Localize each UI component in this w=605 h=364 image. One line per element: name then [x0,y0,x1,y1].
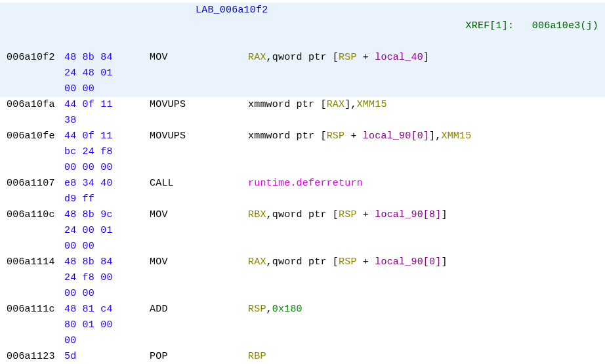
op-kw: + [357,209,375,220]
op-kw: ] [429,131,435,142]
op-kw: [ [320,99,326,110]
instruction-byte-continuation[interactable]: 24 48 01 [0,66,605,81]
label-row[interactable]: LAB_006a10f2 XREF[1]: 006a10e3(j) [0,3,605,50]
disassembly-listing[interactable]: LAB_006a10f2 XREF[1]: 006a10e3(j) 006a10… [0,0,605,364]
op-kw: [ [333,256,339,268]
instruction-byte-continuation[interactable]: d9 ff [0,192,605,207]
label-line-content: LAB_006a10f2 [196,3,429,50]
op-reg: RSP [327,131,345,142]
op-comma: , [266,256,272,268]
mnemonic-column [150,144,248,160]
op-call: runtime.deferreturn [248,178,363,189]
bytes-column: 48 8b 9c [64,207,150,223]
instruction-byte-continuation[interactable]: 80 01 00 [0,317,605,333]
op-reg: XMM15 [441,131,471,142]
instruction-byte-continuation[interactable]: 00 00 00 [0,160,605,176]
instruction-byte-continuation[interactable]: bc 24 f8 [0,144,605,160]
operands-column [248,333,598,349]
mnemonic-column: ADD [150,302,248,317]
mnemonic-column [150,223,248,239]
op-kw: ] [441,209,447,220]
address-column[interactable] [7,113,64,129]
instruction-row[interactable]: 006a10fa44 0f 11MOVUPSxmmword ptr [RAX],… [0,97,605,113]
instruction-row[interactable]: 006a1107e8 34 40CALLruntime.deferreturn [0,176,605,192]
mnemonic-column [150,317,248,333]
operands-column: RAX,qword ptr [RSP + local_90[0]] [248,254,598,270]
address-column[interactable] [7,270,64,286]
address-column[interactable] [7,81,64,97]
mnemonic-column [150,270,248,286]
bytes-column: e8 34 40 [64,176,150,192]
address-column[interactable]: 006a110c [7,207,64,223]
bytes-column: 48 8b 84 [64,50,150,66]
operands-column: xmmword ptr [RSP + local_90[0]],XMM15 [248,129,598,144]
bytes-column: bc 24 f8 [64,144,150,160]
bytes-column: 00 [64,333,150,349]
op-var: local_90[0] [375,256,441,268]
code-label[interactable]: LAB_006a10f2 [196,5,268,16]
address-column[interactable] [7,317,64,333]
mnemonic-column [150,81,248,97]
mnemonic-column: MOVUPS [150,97,248,113]
op-reg: RBP [248,351,266,362]
address-column[interactable] [7,66,64,81]
address-column[interactable]: 006a1107 [7,176,64,192]
address-column[interactable] [7,160,64,176]
op-comma: , [350,99,356,110]
instruction-byte-continuation[interactable]: 00 00 [0,286,605,302]
bytes-column: d9 ff [64,192,150,207]
address-column[interactable]: 006a10fe [7,129,64,144]
instruction-row[interactable]: 006a10fe44 0f 11MOVUPSxmmword ptr [RSP +… [0,129,605,144]
op-comma: , [266,304,272,315]
instruction-row[interactable]: 006a10f248 8b 84MOVRAX,qword ptr [RSP + … [0,50,605,66]
bytes-column: 24 00 01 [64,223,150,239]
address-column[interactable] [7,223,64,239]
op-comma: , [266,209,272,220]
op-reg: XMM15 [357,99,387,110]
operands-column: RSP,0x180 [248,302,598,317]
instruction-byte-continuation[interactable]: 00 [0,333,605,349]
bytes-column: 00 00 [64,239,150,254]
instruction-byte-continuation[interactable]: 38 [0,113,605,129]
instruction-row[interactable]: 006a111c48 81 c4ADDRSP,0x180 [0,302,605,317]
op-reg: RAX [248,256,266,268]
address-column[interactable] [7,239,64,254]
op-kw: qword ptr [272,209,333,220]
address-column[interactable]: 006a10fa [7,97,64,113]
op-kw: ] [441,256,447,268]
address-column[interactable] [7,192,64,207]
instruction-byte-continuation[interactable]: 24 00 01 [0,223,605,239]
address-column[interactable]: 006a10f2 [7,50,64,66]
op-kw: + [357,256,375,268]
mnemonic-column [150,192,248,207]
operands-column [248,317,598,333]
op-imm: 0x180 [272,304,302,315]
instruction-byte-continuation[interactable]: 24 f8 00 [0,270,605,286]
address-column[interactable]: 006a111c [7,302,64,317]
op-kw: xmmword ptr [248,131,320,142]
instruction-row[interactable]: 006a110c48 8b 9cMOVRBX,qword ptr [RSP + … [0,207,605,223]
xref-area: XREF[1]: 006a10e3(j) [429,3,598,50]
label-addr-blank [7,3,64,50]
instruction-byte-continuation[interactable]: 00 00 [0,81,605,97]
instruction-byte-continuation[interactable]: 00 00 [0,239,605,254]
instruction-row[interactable]: 006a111448 8b 84MOVRAX,qword ptr [RSP + … [0,254,605,270]
xref-address[interactable]: 006a10e3(j) [532,20,598,31]
mnemonic-column: POP [150,349,248,364]
operands-column: RBX,qword ptr [RSP + local_90[8]] [248,207,598,223]
address-column[interactable] [7,144,64,160]
mnemonic-column: MOV [150,50,248,66]
operands-column [248,270,598,286]
operands-column [248,144,598,160]
mnemonic-column [150,239,248,254]
address-column[interactable] [7,286,64,302]
address-column[interactable] [7,333,64,349]
mnemonic-column: MOVUPS [150,129,248,144]
operands-column: runtime.deferreturn [248,176,598,192]
instruction-row[interactable]: 006a11235dPOPRBP [0,349,605,364]
address-column[interactable]: 006a1114 [7,254,64,270]
op-var: local_90[0] [363,131,429,142]
bytes-column: 48 8b 84 [64,254,150,270]
bytes-column: 38 [64,113,150,129]
address-column[interactable]: 006a1123 [7,349,64,364]
